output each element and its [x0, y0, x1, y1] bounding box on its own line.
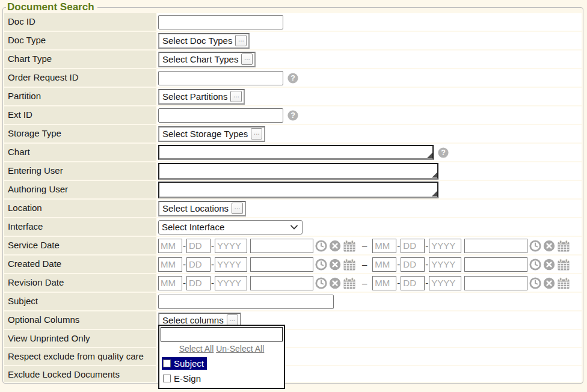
- storage-type-picker[interactable]: Select Storage Types ...: [158, 126, 265, 142]
- subject-input[interactable]: [158, 295, 334, 309]
- chart-type-label: Chart Type: [4, 51, 156, 68]
- authoring-user-input[interactable]: [158, 182, 438, 198]
- subject-label: Subject: [4, 293, 156, 310]
- date-range-dash: –: [362, 278, 367, 288]
- popup-option-esign-inner[interactable]: E-Sign: [162, 372, 204, 385]
- created-from-month-input[interactable]: [158, 257, 182, 272]
- row-ext-id: Ext ID: [4, 106, 582, 124]
- created-to-year-input[interactable]: [429, 257, 461, 272]
- service-from-month-input[interactable]: [158, 239, 182, 253]
- revision-to-year-input[interactable]: [429, 276, 461, 290]
- clear-icon[interactable]: [329, 259, 341, 271]
- calendar-icon[interactable]: [557, 240, 570, 252]
- service-to-day-input[interactable]: [401, 239, 425, 253]
- partition-picker[interactable]: Select Partitions ...: [158, 89, 245, 105]
- chart-type-picker[interactable]: Select Chart Types ...: [158, 52, 256, 67]
- interface-select[interactable]: Select Interface: [158, 220, 303, 234]
- row-subject: Subject: [4, 293, 582, 310]
- created-from-time-input[interactable]: [250, 257, 313, 272]
- resize-grip-icon[interactable]: [432, 191, 437, 197]
- revision-to-day-input[interactable]: [401, 276, 425, 290]
- created-to-day-input[interactable]: [401, 257, 425, 272]
- calendar-icon[interactable]: [343, 240, 356, 252]
- ellipsis-button[interactable]: ...: [232, 203, 243, 214]
- created-to-time-input[interactable]: [464, 257, 527, 272]
- clock-icon[interactable]: [315, 240, 327, 252]
- created-from-year-input[interactable]: [215, 257, 247, 272]
- created-from-day-input[interactable]: [186, 257, 211, 272]
- service-date-from-group: - -: [158, 239, 356, 253]
- ellipsis-button[interactable]: ...: [235, 35, 247, 46]
- created-to-month-input[interactable]: [372, 257, 396, 272]
- storage-type-label: Storage Type: [4, 125, 156, 142]
- doc-type-picker[interactable]: Select Doc Types ...: [158, 33, 250, 49]
- clear-icon[interactable]: [329, 277, 341, 289]
- entering-user-label: Entering User: [4, 162, 156, 180]
- service-date-label: Service Date: [4, 237, 156, 254]
- popup-option-subject[interactable]: Subject: [161, 357, 283, 370]
- service-to-time-input[interactable]: [464, 239, 527, 253]
- clock-icon[interactable]: [315, 277, 327, 289]
- clock-icon[interactable]: [315, 259, 327, 271]
- clock-icon[interactable]: [529, 240, 541, 252]
- chart-type-picker-text: Select Chart Types: [162, 54, 238, 64]
- revision-from-month-input[interactable]: [158, 276, 182, 290]
- chart-input[interactable]: [158, 145, 434, 160]
- calendar-icon[interactable]: [557, 259, 570, 271]
- row-interface: Interface Select Interface: [4, 218, 582, 236]
- date-range-dash: –: [362, 240, 367, 251]
- optional-columns-filter-input[interactable]: [161, 327, 283, 341]
- resize-grip-icon[interactable]: [432, 173, 437, 178]
- help-icon[interactable]: [287, 110, 298, 121]
- row-chart: Chart: [4, 144, 582, 161]
- ellipsis-button[interactable]: ...: [251, 128, 262, 139]
- service-from-day-input[interactable]: [186, 239, 211, 253]
- calendar-icon[interactable]: [557, 277, 570, 289]
- exclude-locked-label: Exclude Locked Documents: [4, 366, 156, 382]
- ext-id-input[interactable]: [158, 108, 283, 123]
- clock-icon[interactable]: [529, 259, 541, 271]
- authoring-user-label: Authoring User: [4, 181, 156, 198]
- subject-checkbox[interactable]: [163, 360, 171, 367]
- location-picker-text: Select Locations: [162, 203, 229, 213]
- service-date-to-group: - -: [372, 239, 570, 253]
- created-date-label: Created Date: [4, 256, 156, 273]
- clear-icon[interactable]: [329, 240, 341, 252]
- storage-type-picker-text: Select Storage Types: [162, 129, 248, 139]
- clear-icon[interactable]: [543, 259, 555, 271]
- service-from-time-input[interactable]: [250, 239, 313, 253]
- document-search-panel: Document Search Doc ID Doc Type Select D…: [2, 1, 583, 384]
- revision-from-year-input[interactable]: [215, 276, 247, 290]
- service-from-year-input[interactable]: [215, 239, 247, 253]
- clear-icon[interactable]: [543, 277, 555, 289]
- ellipsis-button[interactable]: ...: [241, 54, 253, 65]
- calendar-icon[interactable]: [343, 277, 356, 289]
- resize-grip-icon[interactable]: [427, 153, 432, 158]
- clear-icon[interactable]: [543, 240, 555, 252]
- help-icon[interactable]: [438, 147, 449, 158]
- entering-user-input[interactable]: [158, 163, 438, 180]
- row-optional-columns: Optional Columns Select columns ... Sele…: [4, 311, 582, 329]
- row-revision-date: Revision Date - - – - -: [4, 274, 582, 292]
- esign-checkbox[interactable]: [163, 375, 171, 382]
- ellipsis-button[interactable]: ...: [230, 91, 242, 102]
- order-request-id-input[interactable]: [158, 71, 283, 85]
- location-picker[interactable]: Select Locations ...: [158, 201, 246, 216]
- clock-icon[interactable]: [529, 277, 541, 289]
- revision-from-time-input[interactable]: [250, 276, 313, 290]
- popup-option-subject-highlight[interactable]: Subject: [162, 357, 207, 370]
- revision-to-month-input[interactable]: [372, 276, 396, 290]
- row-exclude-locked: Exclude Locked Documents: [4, 366, 582, 382]
- calendar-icon[interactable]: [343, 259, 356, 271]
- revision-from-day-input[interactable]: [186, 276, 211, 290]
- revision-to-time-input[interactable]: [464, 276, 527, 290]
- respect-exclude-label: Respect exclude from quality care: [4, 348, 156, 365]
- popup-option-esign[interactable]: E-Sign: [161, 372, 283, 385]
- service-to-year-input[interactable]: [429, 239, 461, 253]
- row-order-request-id: Order Request ID: [4, 69, 582, 87]
- unselect-all-link[interactable]: Un-Select All: [216, 344, 264, 354]
- doc-id-input[interactable]: [158, 15, 283, 29]
- select-all-link[interactable]: Select All: [179, 344, 214, 354]
- service-to-month-input[interactable]: [372, 239, 396, 253]
- help-icon[interactable]: [287, 73, 298, 84]
